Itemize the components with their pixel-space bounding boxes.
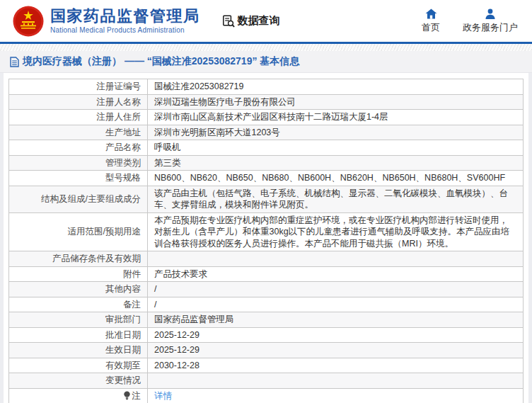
- table-row: 备注 /: [9, 297, 524, 312]
- top-nav: 首页 政务服务门户: [422, 8, 522, 34]
- user-icon: [485, 8, 496, 19]
- nav-portal[interactable]: 政务服务门户: [463, 8, 518, 34]
- table-row: 注册人住所 深圳市南山区高新技术产业园区科技南十二路迈瑞大厦1-4层: [9, 110, 524, 125]
- row-value: 呼吸机: [148, 140, 524, 156]
- row-value: /: [148, 297, 524, 312]
- national-emblem-icon: [13, 6, 44, 37]
- table-row: 注册人名称 深圳迈瑞生物医疗电子股份有限公司: [9, 94, 524, 110]
- row-label: 备注: [9, 297, 148, 312]
- table-row: 产品储存条件及有效期: [9, 251, 524, 267]
- note-label: 注: [132, 391, 141, 401]
- table-row-note: 注 详情: [9, 388, 524, 403]
- row-label: 适用范围/预期用途: [9, 212, 148, 251]
- doc-search-icon: [221, 14, 235, 28]
- row-label: 型号规格: [9, 171, 148, 186]
- row-value: 本产品预期在专业医疗机构内部的重症监护环境，或在专业医疗机构内部进行转运时使用，…: [148, 212, 524, 251]
- nav-portal-label: 政务服务门户: [463, 21, 518, 34]
- row-label: 产品名称: [9, 140, 148, 156]
- row-label: 注册人住所: [9, 110, 148, 125]
- row-value: 国家药品监督管理局: [148, 312, 524, 328]
- row-label: 变更情况: [9, 373, 148, 389]
- row-value: 深圳市南山区高新技术产业园区科技南十二路迈瑞大厦1-4层: [148, 110, 524, 125]
- row-label: 注册人名称: [9, 94, 148, 110]
- data-query-nav[interactable]: 数据查询: [221, 14, 280, 28]
- row-value: 2025-12-29: [148, 327, 524, 343]
- registration-info-table: 注册证编号 国械注准20253082719 注册人名称 深圳迈瑞生物医疗电子股份…: [8, 79, 524, 403]
- hatch-divider: [0, 44, 532, 51]
- row-value: /: [148, 282, 524, 297]
- row-label: 批准日期: [9, 327, 148, 343]
- table-row: 生效日期 2025-12-29: [9, 343, 524, 358]
- table-row: 产品名称 呼吸机: [9, 140, 524, 156]
- breadcrumb: 境内医疗器械（注册） —— “国械注准20253082719” 基本信息: [0, 51, 532, 73]
- agency-titles: 国家药品监督管理局 National Medical Products Admi…: [50, 8, 200, 34]
- table-row: 生产地址 深圳市光明新区南环大道1203号: [9, 125, 524, 140]
- table-row: 附件 产品技术要求: [9, 266, 524, 282]
- table-row: 管理类别 第三类: [9, 155, 524, 171]
- row-value: 2030-12-28: [148, 358, 524, 373]
- table-row: 结构及组成/主要组成成分 该产品由主机（包括气路、电子系统、机械结构、显示器、二…: [9, 186, 524, 212]
- row-value: 深圳市光明新区南环大道1203号: [148, 125, 524, 140]
- row-value: 国械注准20253082719: [148, 79, 524, 95]
- row-label: 生产地址: [9, 125, 148, 140]
- table-row: 型号规格 NB600、NB620、NB650、NB680、NB600H、NB62…: [9, 171, 524, 186]
- row-value: [148, 373, 524, 389]
- row-label: 附件: [9, 266, 148, 282]
- row-label: 审批部门: [9, 312, 148, 328]
- row-label: 生效日期: [9, 343, 148, 358]
- nav-home-label: 首页: [422, 21, 440, 34]
- data-query-label: 数据查询: [238, 14, 280, 28]
- home-icon: [425, 8, 437, 19]
- nav-home[interactable]: 首页: [422, 8, 440, 34]
- main-content: 注册证编号 国械注准20253082719 注册人名称 深圳迈瑞生物医疗电子股份…: [4, 73, 528, 403]
- bulb-icon: [123, 391, 131, 400]
- agency-name-cn: 国家药品监督管理局: [50, 8, 200, 25]
- row-value: 该产品由主机（包括气路、电子系统、机械结构、显示器、二氧化碳模块、血氧模块）、台…: [148, 186, 524, 212]
- table-row: 适用范围/预期用途 本产品预期在专业医疗机构内部的重症监护环境，或在专业医疗机构…: [9, 212, 524, 251]
- row-value: 深圳迈瑞生物医疗电子股份有限公司: [148, 94, 524, 110]
- table-row: 注册证编号 国械注准20253082719: [9, 79, 524, 95]
- detail-link[interactable]: 详情: [154, 391, 172, 401]
- page: 国家药品监督管理局 National Medical Products Admi…: [0, 0, 532, 403]
- row-value: 第三类: [148, 155, 524, 171]
- row-value: 详情: [148, 388, 524, 403]
- row-label: 管理类别: [9, 155, 148, 171]
- row-value: NB600、NB620、NB650、NB680、NB600H、NB620H、NB…: [148, 171, 524, 186]
- brand: 国家药品监督管理局 National Medical Products Admi…: [13, 6, 200, 37]
- document-icon: [10, 57, 19, 67]
- table-row: 审批部门 国家药品监督管理局: [9, 312, 524, 328]
- row-label: 注册证编号: [9, 79, 148, 95]
- table-row: 其他内容 /: [9, 282, 524, 297]
- table-row: 变更情况: [9, 373, 524, 389]
- row-label: 其他内容: [9, 282, 148, 297]
- agency-name-en: National Medical Products Administration: [50, 26, 200, 34]
- row-value: 2025-12-29: [148, 343, 524, 358]
- row-value: [148, 251, 524, 267]
- table-row: 有效期至 2030-12-28: [9, 358, 524, 373]
- site-header: 国家药品监督管理局 National Medical Products Admi…: [0, 0, 532, 44]
- table-row: 批准日期 2025-12-29: [9, 327, 524, 343]
- row-label: 产品储存条件及有效期: [9, 251, 148, 267]
- row-label: 结构及组成/主要组成成分: [9, 186, 148, 212]
- row-label: 注: [9, 388, 148, 403]
- row-label: 有效期至: [9, 358, 148, 373]
- row-value: 产品技术要求: [148, 266, 524, 282]
- breadcrumb-text: 境内医疗器械（注册） —— “国械注准20253082719” 基本信息: [23, 55, 299, 68]
